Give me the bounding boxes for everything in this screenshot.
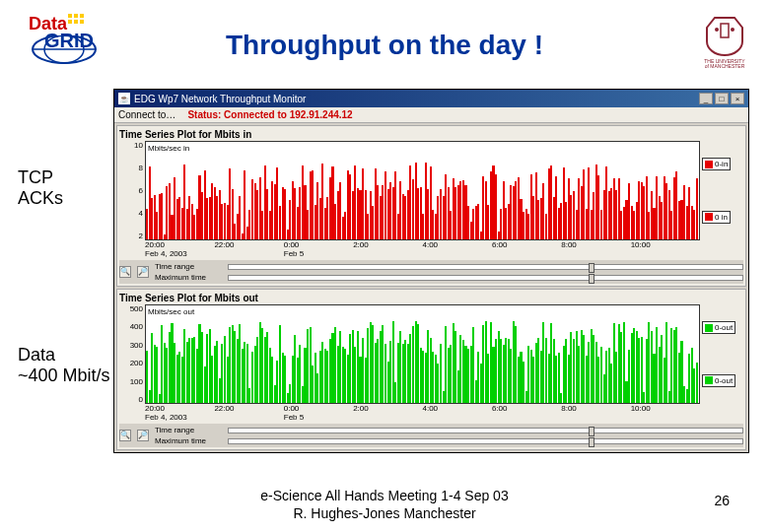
chart2-x-axis: 20:00Feb 4, 2003 22:00 0:00Feb 5 2:00 4:… [119, 404, 743, 424]
page-number: 26 [714, 493, 730, 508]
chart1-controls: 🔍 🔎 Time range Maximum time [119, 260, 743, 284]
chart2-legend-2: 0-out [702, 374, 735, 387]
chart1-legend-2: 0 in [702, 211, 731, 224]
chart1-legend-1: 0-in [702, 158, 731, 170]
svg-point-14 [731, 28, 734, 32]
chart2-legend: 0-out 0-out [700, 304, 743, 404]
svg-rect-9 [68, 20, 72, 24]
zoom-in-icon[interactable]: 🔎 [137, 430, 149, 441]
chart-panel: Time Series Plot for Mbits in 10 8 6 4 2… [114, 123, 748, 452]
window-titlebar[interactable]: ☕ EDG Wp7 Network Throughput Monitor _ □… [114, 90, 748, 107]
java-icon: ☕ [118, 93, 130, 104]
slider-max-time[interactable] [228, 275, 743, 281]
slider-time-range[interactable] [228, 264, 743, 270]
chart-mbits-out: Time Series Plot for Mbits out 500 400 3… [116, 289, 746, 450]
status-text: Status: Connected to 192.91.244.12 [187, 109, 352, 120]
chart1-y-axis: 10 8 6 4 2 [119, 141, 145, 240]
zoom-out-icon[interactable]: 🔍 [119, 266, 131, 278]
manchester-logo: THE UNIVERSITY of MANCHESTER [695, 10, 754, 69]
chart2-plot-area: Mbits/sec out [145, 304, 700, 404]
annotation-data-rate: Data ~400 Mbit/s [18, 345, 110, 386]
minimize-button[interactable]: _ [699, 93, 713, 104]
slide-header: Data GRID Throughput on the day ! THE UN… [0, 0, 769, 79]
annotation-tcp-acks: TCP ACKs [18, 167, 63, 209]
slide-footer: e-Science All Hands Meeting 1-4 Sep 03 R… [0, 487, 769, 522]
chart1-y-label: Mbits/sec in [148, 144, 189, 153]
chart2-title: Time Series Plot for Mbits out [119, 292, 743, 304]
svg-rect-6 [68, 14, 72, 18]
menu-connect-to[interactable]: Connect to… [118, 109, 175, 120]
chart2-legend-1: 0-out [702, 321, 735, 334]
svg-rect-12 [721, 24, 729, 37]
slider-time-range[interactable] [228, 428, 743, 433]
maximize-button[interactable]: □ [715, 93, 729, 104]
svg-rect-11 [80, 20, 84, 24]
zoom-in-icon[interactable]: 🔎 [137, 266, 149, 278]
chart2-y-label: Mbits/sec out [148, 307, 194, 316]
chart1-x-axis: 20:00Feb 4, 2003 22:00 0:00Feb 5 2:00 4:… [119, 240, 743, 260]
slider-label-max-time: Maximum time [155, 273, 224, 282]
menubar: Connect to… Status: Connected to 192.91.… [114, 107, 748, 123]
chart1-plot-area: Mbits/sec in [145, 141, 700, 240]
slider-label-time-range: Time range [155, 426, 224, 434]
close-button[interactable]: × [731, 93, 744, 104]
svg-text:of MANCHESTER: of MANCHESTER [705, 63, 745, 69]
svg-rect-10 [74, 20, 78, 24]
slider-label-max-time: Maximum time [155, 436, 224, 445]
slider-max-time[interactable] [228, 438, 743, 444]
throughput-monitor-window: ☕ EDG Wp7 Network Throughput Monitor _ □… [113, 89, 749, 453]
chart2-controls: 🔍 🔎 Time range Maximum time [119, 424, 743, 447]
chart-mbits-in: Time Series Plot for Mbits in 10 8 6 4 2… [116, 125, 746, 287]
chart1-legend: 0-in 0 in [700, 141, 743, 240]
slide-title: Throughput on the day ! [0, 30, 769, 61]
zoom-out-icon[interactable]: 🔍 [119, 430, 131, 441]
slider-label-time-range: Time range [155, 262, 224, 271]
svg-rect-8 [80, 14, 84, 18]
chart2-y-axis: 500 400 300 200 100 0 [119, 304, 145, 404]
svg-point-13 [715, 28, 719, 32]
svg-rect-7 [74, 14, 78, 18]
chart1-title: Time Series Plot for Mbits in [119, 128, 743, 141]
window-title-text: EDG Wp7 Network Throughput Monitor [134, 94, 306, 104]
